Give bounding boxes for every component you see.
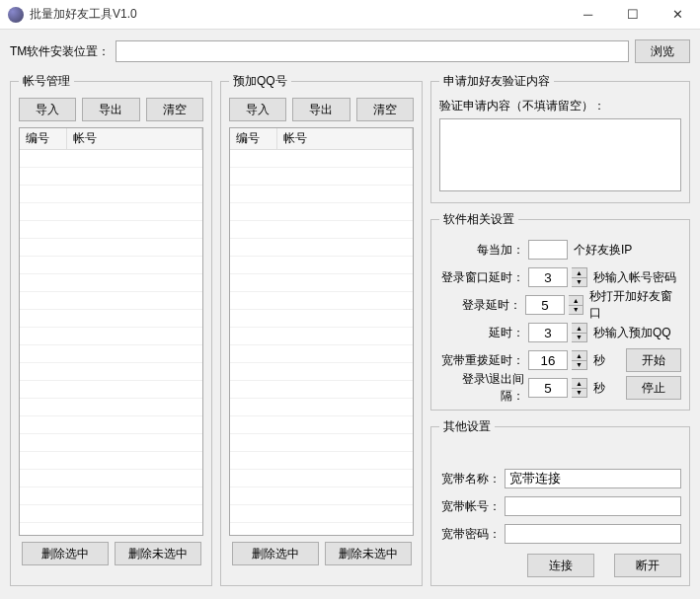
preadd-col-account[interactable]: 帐号 bbox=[277, 128, 413, 149]
login-delay-spinner[interactable]: ▲▼ bbox=[569, 295, 583, 315]
verify-legend: 申请加好友验证内容 bbox=[439, 73, 554, 90]
login-window-input[interactable] bbox=[528, 267, 568, 287]
accounts-toolbar: 导入 导出 清空 bbox=[19, 98, 203, 121]
accounts-list-body[interactable] bbox=[20, 150, 202, 535]
chevron-down-icon[interactable]: ▼ bbox=[572, 278, 586, 287]
chevron-down-icon[interactable]: ▼ bbox=[572, 334, 586, 342]
preadd-list-body[interactable] bbox=[230, 150, 413, 535]
accounts-clear-button[interactable]: 清空 bbox=[146, 98, 203, 121]
accounts-col-account[interactable]: 帐号 bbox=[67, 128, 202, 149]
chevron-down-icon[interactable]: ▼ bbox=[572, 361, 586, 370]
accounts-delete-unselected-button[interactable]: 删除未选中 bbox=[115, 542, 201, 565]
window-controls: ─ ☐ ✕ bbox=[566, 0, 700, 29]
login-window-spinner[interactable]: ▲▼ bbox=[572, 267, 587, 287]
settings-legend: 软件相关设置 bbox=[439, 211, 518, 228]
broadband-account-input[interactable] bbox=[505, 496, 681, 516]
path-row: TM软件安装位置： 浏览 bbox=[10, 39, 690, 63]
chevron-up-icon[interactable]: ▲ bbox=[572, 379, 586, 389]
connect-button[interactable]: 连接 bbox=[527, 554, 594, 577]
accounts-delete-selected-button[interactable]: 删除选中 bbox=[22, 542, 109, 565]
minimize-button[interactable]: ─ bbox=[566, 0, 610, 29]
broadband-account-label: 宽带帐号： bbox=[439, 498, 501, 515]
path-label: TM软件安装位置： bbox=[10, 43, 110, 60]
broadband-account-row: 宽带帐号： bbox=[439, 492, 681, 520]
login-delay-input[interactable] bbox=[525, 295, 565, 315]
preadd-delete-selected-button[interactable]: 删除选中 bbox=[232, 542, 319, 565]
path-input[interactable] bbox=[116, 40, 629, 62]
settings-row-login-window: 登录窗口延时： ▲▼ 秒输入帐号密码 bbox=[439, 263, 681, 291]
chevron-down-icon[interactable]: ▼ bbox=[572, 389, 586, 398]
accounts-col-id[interactable]: 编号 bbox=[20, 128, 67, 149]
login-window-after: 秒输入帐号密码 bbox=[593, 269, 676, 286]
preadd-list[interactable]: 编号 帐号 bbox=[229, 127, 414, 536]
settings-row-redial: 宽带重拨延时： ▲▼ 秒 开始 bbox=[439, 346, 681, 374]
columns: 帐号管理 导入 导出 清空 编号 帐号 删除选中 删除未选中 预加QQ号 bbox=[10, 73, 690, 586]
preadd-list-header: 编号 帐号 bbox=[230, 128, 413, 150]
accounts-list-header: 编号 帐号 bbox=[20, 128, 202, 150]
accounts-fieldset: 帐号管理 导入 导出 清空 编号 帐号 删除选中 删除未选中 bbox=[10, 73, 212, 586]
ipswitch-input[interactable] bbox=[528, 240, 568, 260]
preadd-toolbar: 导入 导出 清空 bbox=[229, 98, 414, 121]
right-column: 申请加好友验证内容 验证申请内容（不填请留空）： 软件相关设置 每当加： 个好友… bbox=[430, 73, 690, 586]
preadd-import-button[interactable]: 导入 bbox=[229, 98, 286, 121]
login-delay-label: 登录延时： bbox=[439, 297, 521, 314]
accounts-import-button[interactable]: 导入 bbox=[19, 98, 76, 121]
other-fieldset: 其他设置 宽带名称： 宽带帐号： 宽带密码： 连接 断开 bbox=[430, 418, 690, 586]
chevron-up-icon[interactable]: ▲ bbox=[572, 324, 586, 334]
broadband-password-input[interactable] bbox=[505, 524, 681, 544]
delay-input[interactable] bbox=[528, 323, 568, 342]
interval-input[interactable] bbox=[528, 378, 568, 398]
disconnect-button[interactable]: 断开 bbox=[614, 554, 681, 577]
preadd-fieldset: 预加QQ号 导入 导出 清空 编号 帐号 删除选中 删除未选中 bbox=[220, 73, 423, 586]
stop-button[interactable]: 停止 bbox=[626, 376, 681, 400]
settings-row-ipswitch: 每当加： 个好友换IP bbox=[439, 236, 681, 263]
window-title: 批量加好友工具V1.0 bbox=[30, 6, 566, 23]
delay-after: 秒输入预加QQ bbox=[593, 325, 671, 341]
preadd-clear-button[interactable]: 清空 bbox=[356, 98, 414, 121]
redial-label: 宽带重拨延时： bbox=[439, 352, 524, 369]
chevron-up-icon[interactable]: ▲ bbox=[572, 351, 586, 361]
preadd-delete-unselected-button[interactable]: 删除未选中 bbox=[325, 542, 412, 565]
broadband-name-label: 宽带名称： bbox=[439, 471, 501, 487]
settings-row-interval: 登录\退出间隔： ▲▼ 秒 停止 bbox=[439, 374, 681, 402]
preadd-legend: 预加QQ号 bbox=[229, 73, 291, 90]
preadd-export-button[interactable]: 导出 bbox=[292, 98, 350, 121]
maximize-button[interactable]: ☐ bbox=[610, 0, 655, 29]
chevron-down-icon[interactable]: ▼ bbox=[569, 306, 583, 315]
settings-row-delay: 延时： ▲▼ 秒输入预加QQ bbox=[439, 319, 681, 346]
delay-spinner[interactable]: ▲▼ bbox=[572, 323, 587, 342]
verify-fieldset: 申请加好友验证内容 验证申请内容（不填请留空）： bbox=[430, 73, 690, 203]
accounts-bottom-buttons: 删除选中 删除未选中 bbox=[19, 542, 203, 565]
login-window-label: 登录窗口延时： bbox=[439, 269, 524, 286]
close-button[interactable]: ✕ bbox=[655, 0, 700, 29]
delay-label: 延时： bbox=[439, 325, 524, 341]
broadband-password-row: 宽带密码： bbox=[439, 520, 681, 548]
start-button[interactable]: 开始 bbox=[626, 348, 681, 372]
verify-textarea[interactable] bbox=[439, 118, 681, 191]
chevron-up-icon[interactable]: ▲ bbox=[572, 268, 586, 278]
ipswitch-label: 每当加： bbox=[439, 242, 524, 259]
broadband-password-label: 宽带密码： bbox=[439, 526, 501, 543]
content-area: TM软件安装位置： 浏览 帐号管理 导入 导出 清空 编号 帐号 删除选中 删除… bbox=[0, 30, 700, 596]
settings-row-login-delay: 登录延时： ▲▼ 秒打开加好友窗口 bbox=[439, 291, 681, 319]
titlebar: 批量加好友工具V1.0 ─ ☐ ✕ bbox=[0, 0, 700, 30]
chevron-up-icon[interactable]: ▲ bbox=[569, 296, 583, 306]
interval-after: 秒 bbox=[593, 380, 605, 397]
redial-spinner[interactable]: ▲▼ bbox=[572, 350, 587, 370]
login-delay-after: 秒打开加好友窗口 bbox=[589, 288, 681, 322]
accounts-export-button[interactable]: 导出 bbox=[82, 98, 139, 121]
other-buttons: 连接 断开 bbox=[439, 554, 681, 577]
broadband-name-input[interactable] bbox=[505, 469, 681, 488]
app-icon bbox=[8, 7, 24, 23]
broadband-name-row: 宽带名称： bbox=[439, 465, 681, 492]
redial-input[interactable] bbox=[528, 350, 568, 370]
ipswitch-after: 个好友换IP bbox=[574, 242, 632, 259]
browse-button[interactable]: 浏览 bbox=[635, 39, 690, 63]
accounts-legend: 帐号管理 bbox=[19, 73, 74, 90]
redial-after: 秒 bbox=[593, 352, 605, 369]
accounts-list[interactable]: 编号 帐号 bbox=[19, 127, 203, 536]
verify-label: 验证申请内容（不填请留空）： bbox=[439, 98, 681, 114]
interval-spinner[interactable]: ▲▼ bbox=[572, 378, 587, 398]
preadd-bottom-buttons: 删除选中 删除未选中 bbox=[229, 542, 414, 565]
preadd-col-id[interactable]: 编号 bbox=[230, 128, 277, 149]
